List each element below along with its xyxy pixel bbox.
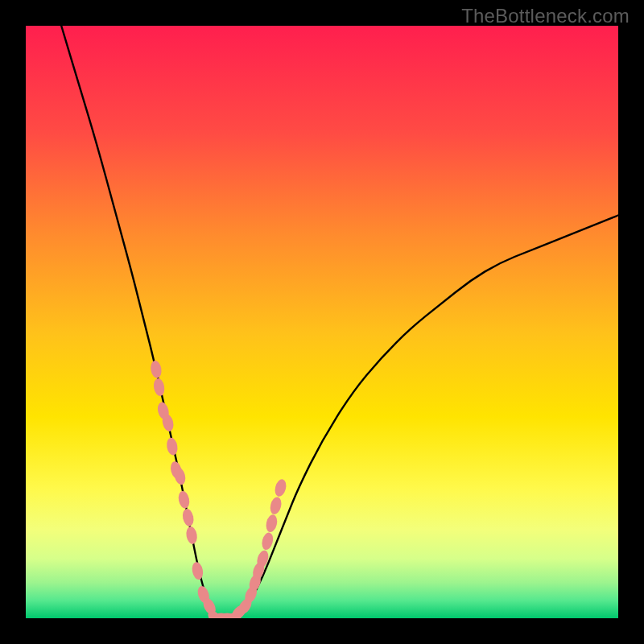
curve-marker (273, 478, 287, 498)
plot-area (26, 26, 618, 618)
curve-marker (166, 437, 180, 456)
bottleneck-curve (61, 26, 618, 618)
curve-marker (150, 360, 163, 379)
watermark-label: TheBottleneck.com (461, 5, 630, 27)
curve-layer (26, 26, 618, 618)
chart-frame: TheBottleneck.com (0, 0, 644, 644)
marker-group (150, 360, 288, 618)
curve-marker (191, 561, 204, 580)
curve-marker (265, 514, 279, 533)
curve-marker (185, 526, 199, 545)
curve-marker (181, 508, 195, 527)
curve-marker (260, 531, 275, 551)
curve-marker (152, 378, 166, 397)
curve-marker (269, 496, 283, 515)
curve-marker (177, 490, 191, 510)
